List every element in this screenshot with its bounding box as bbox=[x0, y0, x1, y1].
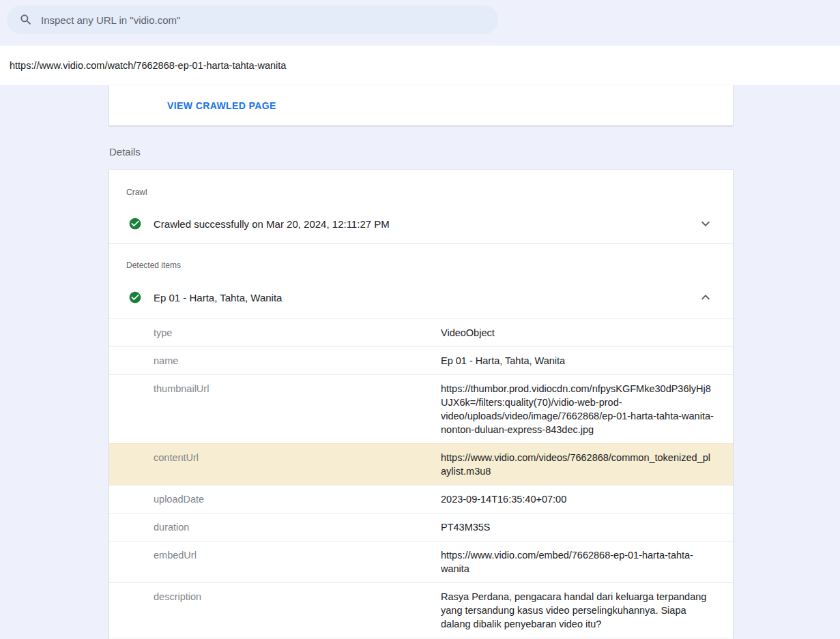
property-row: uploadDate 2023-09-14T16:35:40+07:00 bbox=[109, 485, 733, 513]
property-value: Ep 01 - Harta, Tahta, Wanita bbox=[441, 354, 715, 368]
property-key: name bbox=[154, 354, 441, 368]
property-key: type bbox=[154, 326, 441, 340]
topbar bbox=[7, 5, 498, 34]
property-row: name Ep 01 - Harta, Tahta, Wanita bbox=[109, 346, 733, 374]
chevron-up-icon[interactable] bbox=[697, 289, 714, 306]
property-key: uploadDate bbox=[154, 492, 441, 506]
property-key: description bbox=[154, 590, 441, 631]
property-key: thumbnailUrl bbox=[154, 382, 441, 436]
property-key: embedUrl bbox=[154, 548, 441, 576]
detected-item-title: Ep 01 - Harta, Tahta, Wanita bbox=[154, 292, 282, 303]
property-row: thumbnailUrl https://thumbor.prod.vidioc… bbox=[109, 374, 733, 443]
details-section-title: Details bbox=[109, 146, 141, 158]
success-check-icon bbox=[128, 291, 142, 304]
detected-item-properties-table: type VideoObject name Ep 01 - Harta, Tah… bbox=[109, 318, 733, 638]
property-row: duration PT43M35S bbox=[109, 513, 733, 541]
crawl-section-label: Crawl bbox=[126, 188, 733, 197]
divider bbox=[109, 243, 733, 244]
inspected-url: https://www.vidio.com/watch/7662868-ep-0… bbox=[10, 60, 286, 71]
details-card: Crawl Crawled successfully on Mar 20, 20… bbox=[109, 170, 733, 639]
property-row: embedUrl https://www.vidio.com/embed/766… bbox=[109, 541, 733, 582]
search-input[interactable] bbox=[41, 14, 487, 26]
crawl-status-text: Crawled successfully on Mar 20, 2024, 12… bbox=[154, 218, 390, 230]
search-icon bbox=[19, 13, 33, 27]
property-value: https://www.vidio.com/embed/7662868-ep-0… bbox=[441, 548, 715, 576]
url-search-bar[interactable] bbox=[7, 5, 498, 34]
chevron-down-icon[interactable] bbox=[697, 216, 714, 232]
crawl-status-row[interactable]: Crawled successfully on Mar 20, 2024, 12… bbox=[109, 209, 733, 238]
property-row: contentUrl https://www.vidio.com/videos/… bbox=[109, 443, 733, 485]
success-check-icon bbox=[128, 217, 142, 231]
property-row: description Rasya Perdana, pengacara han… bbox=[109, 582, 733, 638]
property-key: duration bbox=[154, 520, 441, 534]
property-value: VideoObject bbox=[441, 326, 715, 340]
property-key: contentUrl bbox=[154, 451, 441, 478]
property-value: 2023-09-14T16:35:40+07:00 bbox=[441, 492, 715, 506]
inspected-url-bar: https://www.vidio.com/watch/7662868-ep-0… bbox=[0, 46, 840, 85]
property-value: https://www.vidio.com/videos/7662868/com… bbox=[441, 451, 715, 478]
property-value: PT43M35S bbox=[441, 520, 715, 534]
property-value: Rasya Perdana, pengacara handal dari kel… bbox=[441, 590, 715, 631]
detected-item-header-row[interactable]: Ep 01 - Harta, Tahta, Wanita bbox=[109, 282, 733, 312]
property-value: https://thumbor.prod.vidiocdn.com/nfpysK… bbox=[441, 382, 715, 436]
crawled-page-card: VIEW CRAWLED PAGE bbox=[109, 85, 733, 125]
detected-items-section-label: Detected items bbox=[126, 261, 733, 270]
view-crawled-page-button[interactable]: VIEW CRAWLED PAGE bbox=[167, 100, 276, 111]
property-row: type VideoObject bbox=[109, 318, 733, 346]
